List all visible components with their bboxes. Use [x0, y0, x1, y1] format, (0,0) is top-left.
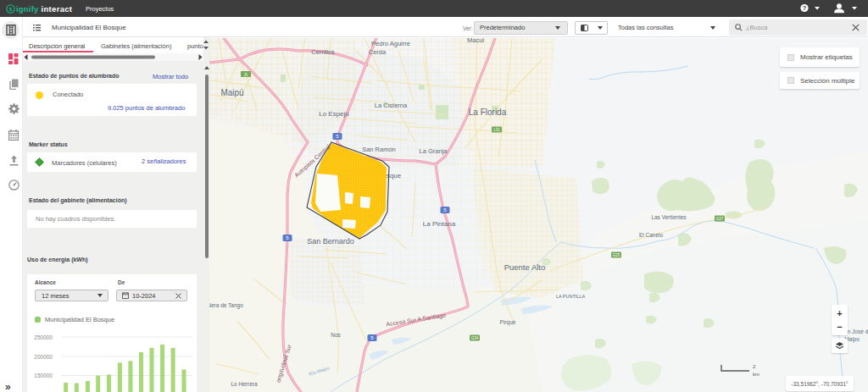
- svg-text:Las Vertientes: Las Vertientes: [651, 214, 687, 220]
- svg-text:Cerda: Cerda: [369, 48, 387, 56]
- svg-text:200000: 200000: [34, 354, 53, 360]
- svg-text:La Granja: La Granja: [420, 147, 448, 155]
- svg-text:LA PUNTILLA: LA PUNTILLA: [556, 294, 586, 299]
- svg-text:Maipú: Maipú: [220, 88, 243, 97]
- svg-text:San Ramón: San Ramón: [362, 146, 396, 153]
- svg-text:2: 2: [753, 364, 756, 369]
- svg-text:Pedro Aguirre: Pedro Aguirre: [371, 40, 410, 47]
- svg-text:Lo Herrera: Lo Herrera: [231, 381, 257, 387]
- svg-text:Cerrillos: Cerrillos: [311, 48, 335, 56]
- svg-text:J1: J1: [244, 73, 248, 77]
- svg-text:El Canelo: El Canelo: [639, 232, 664, 238]
- svg-text:150000: 150000: [34, 373, 53, 378]
- svg-text:La Cisterna: La Cisterna: [375, 102, 408, 109]
- svg-text:L31: L31: [493, 128, 500, 132]
- svg-text:s: s: [9, 6, 13, 12]
- svg-text:Lo Espejo: Lo Espejo: [319, 110, 349, 118]
- svg-text:Pirque: Pirque: [500, 319, 516, 326]
- svg-text:Calera de Tango: Calera de Tango: [209, 302, 243, 309]
- svg-text:G34: G34: [471, 336, 479, 340]
- svg-text:La Pintana: La Pintana: [423, 220, 456, 228]
- svg-text:G25: G25: [613, 253, 620, 257]
- svg-text:Nos: Nos: [331, 332, 341, 338]
- svg-text:Macul: Macul: [467, 38, 484, 44]
- svg-text:Puente Alto: Puente Alto: [504, 262, 546, 272]
- svg-text:250000: 250000: [34, 334, 53, 340]
- svg-text:San Bernardo: San Bernardo: [307, 237, 354, 246]
- svg-text:G27: G27: [716, 217, 724, 221]
- svg-text:?: ?: [803, 4, 807, 12]
- svg-text:La Florida: La Florida: [469, 108, 507, 117]
- svg-text:km: km: [753, 372, 760, 377]
